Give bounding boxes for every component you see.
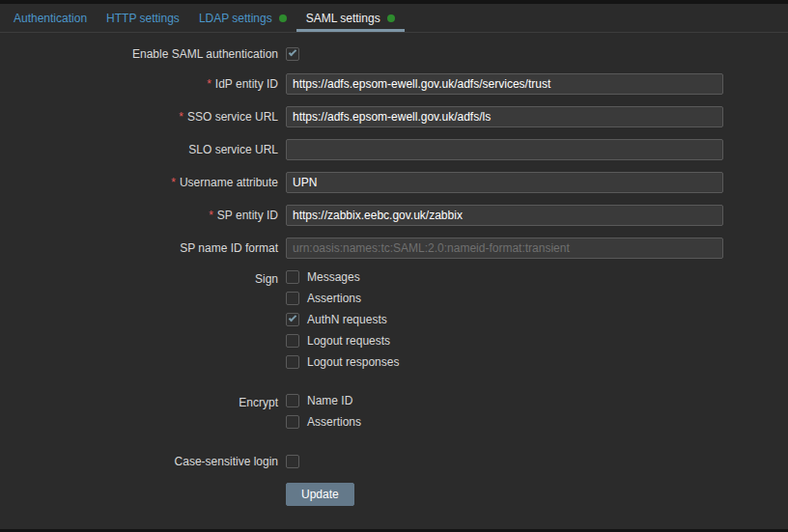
case-sensitive-checkbox[interactable] [286, 455, 299, 468]
sp-entity-id-input[interactable] [286, 205, 723, 226]
encrypt-assertions-option: Assertions [286, 415, 361, 429]
status-dot-icon [387, 14, 395, 22]
sign-logout-requests-label[interactable]: Logout requests [307, 334, 390, 348]
encrypt-assertions-checkbox[interactable] [286, 415, 299, 429]
tab-ldap-settings[interactable]: LDAP settings [189, 4, 296, 32]
text-fields-section: *IdP entity ID*SSO service URLSLO servic… [0, 73, 788, 259]
sign-authn-requests-option: AuthN requests [286, 313, 399, 326]
slo-service-url-label: SLO service URL [0, 142, 278, 157]
username-attribute-label: *Username attribute [0, 175, 278, 190]
check-icon [289, 314, 296, 322]
username-attribute-row: *Username attribute [0, 172, 788, 193]
check-icon [289, 48, 296, 56]
checkbox-groups-section: SignMessagesAssertionsAuthN requestsLogo… [0, 270, 788, 436]
tab-label: Authentication [14, 11, 87, 26]
enable-saml-row: Enable SAML authentication [0, 46, 788, 62]
tab-saml-settings[interactable]: SAML settings [296, 4, 405, 32]
encrypt-group-row: EncryptName IDAssertions [0, 394, 788, 436]
update-button[interactable]: Update [286, 483, 354, 506]
case-sensitive-label: Case-sensitive login [0, 454, 278, 469]
sign-logout-requests-checkbox[interactable] [286, 334, 299, 348]
username-attribute-input[interactable] [286, 172, 723, 193]
sp-entity-id-label: *SP entity ID [0, 208, 278, 223]
sign-group-row: SignMessagesAssertionsAuthN requestsLogo… [0, 270, 788, 377]
case-sensitive-row: Case-sensitive login [0, 454, 788, 469]
sp-entity-id-row: *SP entity ID [0, 205, 788, 226]
sp-name-id-format-label: SP name ID format [0, 240, 278, 256]
sign-assertions-option: Assertions [286, 292, 399, 305]
tab-label: HTTP settings [106, 11, 180, 26]
required-asterisk: * [179, 110, 183, 124]
encrypt-name-id-option: Name ID [286, 394, 361, 407]
tab-label: SAML settings [306, 11, 380, 26]
sign-messages-label[interactable]: Messages [307, 270, 360, 284]
encrypt-group-label: Encrypt [0, 394, 278, 410]
sign-assertions-checkbox[interactable] [286, 292, 299, 305]
sign-messages-checkbox[interactable] [286, 270, 299, 284]
idp-entity-id-input[interactable] [286, 73, 723, 95]
sign-authn-requests-label[interactable]: AuthN requests [307, 313, 387, 326]
sp-name-id-format-row: SP name ID format [0, 238, 788, 259]
sign-authn-requests-checkbox[interactable] [286, 313, 299, 326]
enable-saml-label: Enable SAML authentication [0, 46, 278, 62]
tab-bar: AuthenticationHTTP settingsLDAP settings… [0, 4, 788, 33]
enable-saml-checkbox[interactable] [286, 47, 299, 61]
sign-group-label: Sign [0, 270, 278, 287]
sign-messages-option: Messages [286, 270, 399, 284]
sso-service-url-input[interactable] [286, 106, 723, 127]
sign-logout-responses-checkbox[interactable] [286, 355, 299, 369]
sso-service-url-label: *SSO service URL [0, 109, 278, 125]
slo-service-url-row: SLO service URL [0, 139, 788, 160]
required-asterisk: * [207, 77, 211, 91]
status-dot-icon [279, 14, 287, 22]
sso-service-url-row: *SSO service URL [0, 106, 788, 127]
required-asterisk: * [209, 209, 213, 222]
sign-logout-responses-label[interactable]: Logout responses [307, 355, 399, 369]
tab-http-settings[interactable]: HTTP settings [97, 4, 189, 32]
slo-service-url-input[interactable] [286, 139, 723, 160]
sign-assertions-label[interactable]: Assertions [307, 292, 361, 305]
sign-logout-responses-option: Logout responses [286, 355, 399, 369]
tab-label: LDAP settings [199, 11, 272, 26]
idp-entity-id-row: *IdP entity ID [0, 73, 788, 95]
saml-settings-form: Enable SAML authentication *IdP entity I… [0, 33, 788, 506]
sign-logout-requests-option: Logout requests [286, 334, 399, 348]
encrypt-name-id-checkbox[interactable] [286, 394, 299, 407]
sp-name-id-format-input[interactable] [286, 238, 723, 259]
idp-entity-id-label: *IdP entity ID [0, 76, 278, 92]
tab-authentication[interactable]: Authentication [4, 4, 97, 32]
encrypt-assertions-label[interactable]: Assertions [307, 415, 361, 429]
encrypt-name-id-label[interactable]: Name ID [307, 394, 352, 407]
form-actions-row: Update [0, 483, 788, 506]
required-asterisk: * [171, 176, 176, 189]
